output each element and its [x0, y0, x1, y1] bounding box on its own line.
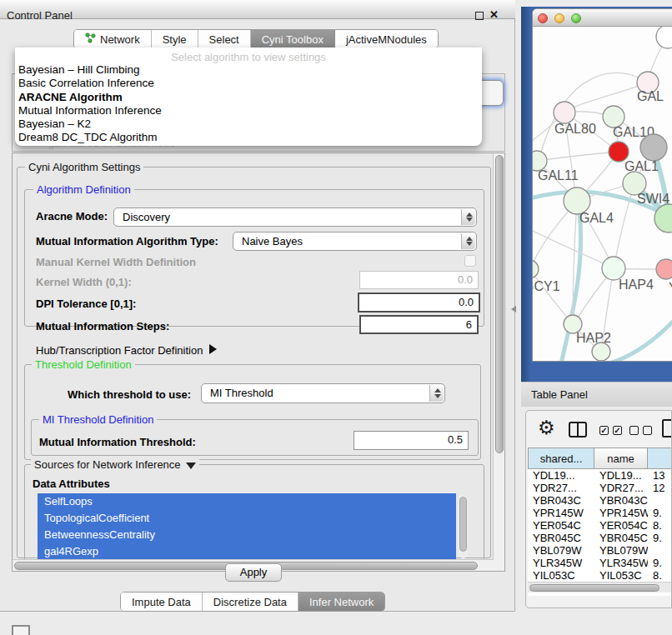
settings-content: Cyni Algorithm Settings Algorithm Defini… — [13, 154, 494, 559]
table-horizontal-scrollbar[interactable] — [528, 582, 672, 592]
tab-impute-data[interactable]: Impute Data — [121, 592, 203, 611]
close-traffic-light-icon[interactable] — [538, 13, 548, 23]
application-root: Control Panel ✕ Network Style Select Cyn… — [0, 0, 672, 635]
data-attribute-item[interactable]: gal4RGexp — [38, 543, 456, 559]
attributes-scrollbar[interactable] — [459, 495, 468, 558]
column-header[interactable]: name — [594, 448, 648, 469]
data-attributes-list: SelfLoopsTopologicalCoefficientBetweenne… — [38, 493, 456, 559]
kernel-width-field[interactable]: 0.0 — [359, 271, 479, 289]
tab-jactivemnodules[interactable]: jActiveMNodules — [335, 30, 438, 48]
data-attribute-item[interactable]: BetweennessCentrality — [38, 527, 456, 543]
scrollbar-thumb[interactable] — [529, 584, 659, 592]
table-cell: YLR345W — [594, 557, 648, 569]
manual-kernel-width-label: Manual Kernel Width Definition — [36, 256, 196, 268]
sources-group-title[interactable]: Sources for Network Inference — [31, 458, 199, 471]
which-threshold-combobox[interactable]: MI Threshold — [201, 383, 445, 403]
document-icon[interactable] — [662, 419, 672, 438]
table-row[interactable]: YER054CYER054C8. — [528, 519, 672, 532]
tab-infer-network[interactable]: Infer Network — [298, 592, 384, 611]
close-icon[interactable]: ✕ — [489, 8, 499, 21]
network-canvas[interactable]: GALGAL80GAL10GAL1GAL11SWI4GAL4GCY1HAP4YH… — [533, 27, 672, 362]
tab-cyni-toolbox[interactable]: Cyni Toolbox — [251, 30, 335, 48]
table-cell: YDL19... — [528, 469, 594, 482]
table-row[interactable]: YDL19...YDL19...13 — [528, 469, 672, 482]
table-cell: YDR27... — [594, 482, 648, 494]
cyni-mode-tabs: Impute Data Discretize Data Infer Networ… — [120, 592, 385, 612]
scrollbar-thumb[interactable] — [495, 155, 504, 453]
splitter-collapse-icon[interactable] — [511, 306, 516, 312]
mi-threshold-group-title: MI Threshold Definition — [39, 413, 157, 426]
columns-icon[interactable] — [569, 422, 587, 438]
collapse-down-icon — [186, 462, 196, 469]
tab-select[interactable]: Select — [198, 30, 251, 48]
table-row[interactable]: YLR345WYLR345W9. — [528, 557, 672, 569]
tab-network[interactable]: Network — [74, 30, 152, 48]
dpi-tolerance-field[interactable]: 0.0 — [358, 292, 480, 312]
table-cell: 9. — [648, 557, 672, 569]
network-edge[interactable] — [533, 269, 570, 321]
network-node[interactable] — [640, 134, 667, 161]
algorithm-option-6[interactable]: Dream8 DC_TDC Algorithm — [15, 131, 482, 144]
mi-threshold-field[interactable]: 0.5 — [354, 431, 469, 450]
algorithm-option-5[interactable]: Bayesian – K2 — [15, 118, 482, 131]
table-row[interactable]: YBR043CYBR043C — [528, 494, 672, 507]
node-label: GAL — [637, 89, 664, 103]
hub-definition-expander[interactable]: Hub/Transcription Factor Definition — [36, 344, 217, 357]
table-cell: 12 — [648, 482, 672, 494]
node-table: shared...name YDL19...YDL19...13YDR27...… — [528, 448, 672, 596]
aracne-mode-combobox[interactable]: Discovery — [113, 208, 477, 227]
algorithm-option-1[interactable]: Bayesian – Hill Climbing — [15, 63, 482, 77]
algorithm-option-3[interactable]: ARACNE Algorithm — [15, 91, 482, 104]
table-cell: YDR27... — [528, 482, 594, 494]
minimize-traffic-light-icon[interactable] — [554, 13, 564, 23]
network-edge[interactable] — [533, 227, 611, 267]
table-cell: 8. — [648, 569, 672, 582]
tab-style[interactable]: Style — [152, 30, 198, 48]
float-window-icon[interactable] — [475, 12, 484, 20]
table-cell: YBL079W — [528, 544, 594, 557]
settings-vertical-scrollbar[interactable] — [493, 153, 504, 571]
table-cell: YBR043C — [594, 494, 648, 507]
panel-title: Control Panel — [7, 9, 73, 22]
table-cell: 9. — [648, 507, 672, 519]
apply-button[interactable]: Apply — [225, 563, 282, 582]
table-cell: YBR043C — [528, 494, 594, 507]
algorithm-option-2[interactable]: Basic Correlation Inference — [15, 77, 482, 90]
select-all-checkboxes-icon[interactable]: ✓ ✓ — [599, 426, 622, 435]
tab-discretize-data[interactable]: Discretize Data — [203, 592, 298, 611]
minimized-panel-icon[interactable] — [12, 625, 30, 635]
network-edge[interactable] — [539, 152, 619, 161]
table-cell: YLR345W — [528, 557, 594, 569]
algorithm-dropdown-list: Bayesian – Hill ClimbingBasic Correlatio… — [15, 63, 482, 145]
data-attribute-item[interactable]: TopologicalCoefficient — [38, 510, 456, 527]
table-row[interactable]: YIL053CYIL053C8. — [528, 569, 672, 582]
mi-steps-field[interactable]: 6 — [359, 315, 479, 334]
mi-algorithm-type-combobox[interactable]: Naive Bayes — [233, 232, 477, 251]
table-row[interactable]: YDR27...YDR27...12 — [528, 482, 672, 494]
algorithm-option-4[interactable]: Mutual Information Inference — [15, 104, 482, 118]
network-node[interactable] — [656, 27, 672, 48]
table-row[interactable]: YPR145WYPR145W9. — [528, 507, 672, 519]
network-node-y[interactable] — [656, 259, 672, 279]
deselect-all-checkboxes-icon[interactable] — [629, 426, 652, 435]
table-cell — [648, 494, 672, 507]
table-cell: 8. — [648, 519, 672, 532]
table-row[interactable]: YBR045CYBR045C9. — [528, 532, 672, 544]
network-node-gal80[interactable] — [554, 102, 575, 123]
column-header[interactable] — [648, 448, 672, 469]
network-node-hap4[interactable] — [602, 257, 625, 280]
table-row[interactable]: YBL079WYBL079W — [528, 544, 672, 557]
data-attribute-item[interactable]: SelfLoops — [38, 493, 456, 510]
column-header[interactable]: shared... — [528, 448, 594, 469]
mi-threshold-label: Mutual Information Threshold: — [39, 436, 196, 448]
network-node-gcy1[interactable] — [533, 260, 539, 278]
network-graph[interactable]: GALGAL80GAL10GAL1GAL11SWI4GAL4GCY1HAP4YH… — [533, 27, 672, 362]
table-settings-gear-icon[interactable]: ⚙ — [538, 417, 555, 439]
mi-steps-label: Mutual Information Steps: — [36, 320, 169, 332]
zoom-traffic-light-icon[interactable] — [571, 13, 581, 23]
network-node[interactable] — [592, 342, 610, 361]
algorithm-definition-title: Algorithm Definition — [33, 183, 134, 196]
table-cell: YIL053C — [594, 569, 648, 582]
network-edge[interactable] — [609, 320, 672, 362]
manual-kernel-width-checkbox[interactable] — [464, 255, 476, 267]
